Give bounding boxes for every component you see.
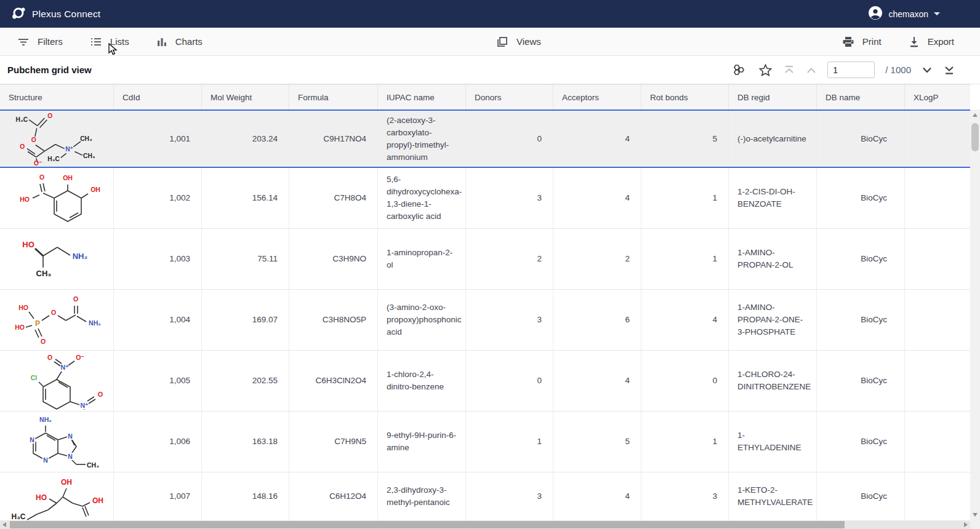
vertical-scrollbar[interactable] xyxy=(970,109,980,520)
table-row[interactable]: HOHO PO OO NH₂ 1,004 169.07 C3H8NO5P (3-… xyxy=(0,290,970,351)
plexus-logo-icon xyxy=(11,6,26,23)
views-label: Views xyxy=(516,36,541,47)
svg-text:HO: HO xyxy=(36,493,47,502)
print-button[interactable]: Print xyxy=(842,36,882,48)
dbregid-cell: 1-AMINO-PROPAN-2-OL xyxy=(729,229,817,289)
export-button[interactable]: Export xyxy=(909,36,954,47)
svg-text:N⁺: N⁺ xyxy=(80,402,89,409)
col-header-molweight[interactable]: Mol Weight xyxy=(202,85,289,109)
table-row[interactable]: HO CH₃ NH₂ 1,003 75.11 C3H9NO 1-aminopro… xyxy=(0,229,970,290)
structure-cell: HO CH₃ NH₂ xyxy=(0,229,114,289)
formula-cell: C9H17NO4 xyxy=(289,111,378,167)
molweight-cell: 163.18 xyxy=(202,412,289,472)
rotbonds-cell: 1 xyxy=(641,168,729,228)
molweight-cell: 148.16 xyxy=(202,472,289,520)
col-header-dbname[interactable]: DB name xyxy=(817,85,905,109)
dbregid-cell: 1-CHLORO-24-DINITROBENZENE xyxy=(729,351,817,411)
structure-view-icon[interactable] xyxy=(732,63,748,78)
next-page-icon[interactable] xyxy=(922,66,933,74)
dbname-cell: BioCyc xyxy=(817,168,905,228)
svg-text:N⁺: N⁺ xyxy=(60,364,69,371)
col-header-rotbonds[interactable]: Rot bonds xyxy=(641,85,729,109)
svg-text:HO: HO xyxy=(20,196,30,203)
table-row[interactable]: H₃COO N⁺CH₃CH₃H₃C OO⁻ 1,001 203.24 C9H17… xyxy=(0,109,970,168)
acceptors-cell: 6 xyxy=(553,290,641,350)
lists-label: Lists xyxy=(110,36,129,47)
molecule-structure: OHO OHOH xyxy=(6,170,108,227)
first-page-icon[interactable] xyxy=(783,65,795,76)
vertical-scroll-thumb[interactable] xyxy=(971,123,979,151)
table-row[interactable]: Cl N⁺OO⁻ N⁺O 1,005 202.55 C6H3ClN2O4 1-c… xyxy=(0,351,970,412)
svg-text:N: N xyxy=(30,436,34,443)
views-button[interactable]: Views xyxy=(496,36,541,48)
scrollbar-corner xyxy=(970,520,980,529)
user-menu[interactable]: chemaxon xyxy=(868,0,980,28)
pager: / 1000 xyxy=(732,56,955,84)
view-header: Pubchem grid view / 1000 xyxy=(0,56,980,84)
col-header-xlogp[interactable]: XLogP xyxy=(905,85,970,109)
svg-text:O: O xyxy=(47,113,52,119)
col-header-formula[interactable]: Formula xyxy=(289,85,378,109)
lists-button[interactable]: Lists xyxy=(90,36,129,48)
avatar-icon xyxy=(868,6,883,23)
table-body: H₃COO N⁺CH₃CH₃H₃C OO⁻ 1,001 203.24 C9H17… xyxy=(0,109,970,520)
scroll-down-arrow[interactable] xyxy=(973,513,978,517)
table-row[interactable]: OH HO OH H₃C 1,007 148.16 C6H12O4 2,3-di… xyxy=(0,472,970,520)
xlogp-cell xyxy=(905,168,970,228)
brand: Plexus Connect xyxy=(0,6,100,23)
col-header-dbregid[interactable]: DB regid xyxy=(729,85,817,109)
col-header-acceptors[interactable]: Acceptors xyxy=(553,85,641,109)
dbregid-cell: 1-AMINO-PROPAN-2-ONE-3-PHOSPHATE xyxy=(729,290,817,350)
svg-text:O: O xyxy=(31,137,36,143)
xlogp-cell xyxy=(905,111,970,167)
structure-cell: OHO OHOH xyxy=(0,168,114,228)
app-title: Plexus Connect xyxy=(32,9,100,20)
col-header-iupac[interactable]: IUPAC name xyxy=(378,85,466,109)
dbregid-cell: (-)o-acetylcarnitine xyxy=(729,111,817,167)
svg-text:O: O xyxy=(97,391,102,398)
structure-cell: HOHO PO OO NH₂ xyxy=(0,290,114,350)
table-header-row: Structure CdId Mol Weight Formula IUPAC … xyxy=(0,84,970,109)
dbregid-cell: 1-KETO-2-METHYLVALERATE xyxy=(729,472,817,520)
molecule-structure: H₃COO N⁺CH₃CH₃H₃C OO⁻ xyxy=(6,111,108,166)
table-row[interactable]: OHO OHOH 1,002 156.14 C7H8O4 5,6-dihydro… xyxy=(0,168,970,229)
svg-text:OH: OH xyxy=(90,186,100,193)
formula-cell: C6H3ClN2O4 xyxy=(289,351,378,411)
last-page-icon[interactable] xyxy=(943,65,955,76)
svg-text:CH₃: CH₃ xyxy=(83,153,95,159)
rotbonds-cell: 1 xyxy=(641,412,729,472)
svg-text:O⁻: O⁻ xyxy=(33,160,41,166)
molweight-cell: 202.55 xyxy=(202,351,289,411)
table-row[interactable]: NH₂ N N N N CH₃ 1,006 163.18 C7H9N5 9-et… xyxy=(0,412,970,472)
charts-button[interactable]: Charts xyxy=(156,36,203,47)
col-header-donors[interactable]: Donors xyxy=(466,85,553,109)
iupac-cell: 9-ethyl-9H-purin-6-amine xyxy=(378,412,466,472)
col-header-structure[interactable]: Structure xyxy=(0,85,114,109)
horizontal-scrollbar[interactable] xyxy=(0,520,970,529)
page-number-input[interactable] xyxy=(827,62,875,78)
molweight-cell: 156.14 xyxy=(202,168,289,228)
printer-icon xyxy=(842,36,854,48)
print-label: Print xyxy=(862,36,882,47)
top-navbar: Plexus Connect chemaxon xyxy=(0,0,980,28)
acceptors-cell: 4 xyxy=(553,351,641,411)
horizontal-scroll-thumb[interactable] xyxy=(10,521,845,528)
filters-button[interactable]: Filters xyxy=(17,36,63,48)
formula-cell: C6H12O4 xyxy=(289,472,378,520)
donors-cell: 2 xyxy=(466,229,553,289)
donors-cell: 1 xyxy=(466,412,553,472)
dbregid-cell: 1-2-CIS-DI-OH-BENZOATE xyxy=(729,168,817,228)
molweight-cell: 203.24 xyxy=(202,111,289,167)
svg-text:H₃C: H₃C xyxy=(11,512,25,520)
previous-page-icon[interactable] xyxy=(806,66,817,74)
structure-cell: NH₂ N N N N CH₃ xyxy=(0,412,114,472)
svg-text:NH₂: NH₂ xyxy=(39,416,52,423)
scroll-right-arrow[interactable] xyxy=(964,522,968,527)
scroll-up-arrow[interactable] xyxy=(973,113,978,117)
col-header-cdid[interactable]: CdId xyxy=(114,85,202,109)
svg-text:P: P xyxy=(34,319,39,328)
scroll-left-arrow[interactable] xyxy=(2,522,6,527)
favorite-star-icon[interactable] xyxy=(758,63,773,77)
xlogp-cell xyxy=(905,472,970,520)
molecule-structure: HO CH₃ NH₂ xyxy=(6,231,108,288)
